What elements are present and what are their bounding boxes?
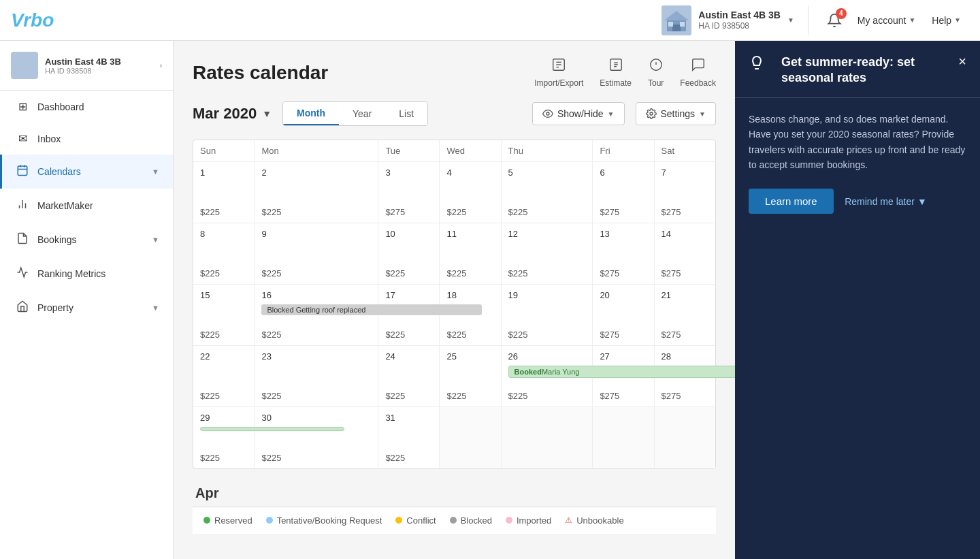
side-panel-close-button[interactable]: × [958, 54, 966, 68]
day-number: 27 [600, 351, 647, 362]
weekday-thu: Thu [501, 140, 593, 162]
tab-month[interactable]: Month [283, 102, 339, 125]
legend-unbookable: ⚠ Unbookable [565, 515, 623, 526]
calendar-cell[interactable]: 9$225 [255, 223, 378, 285]
feedback-icon [691, 57, 706, 76]
page-header: Rates calendar Import/Export [193, 57, 716, 88]
calendar-cell[interactable]: 24$225 [378, 346, 440, 407]
show-hide-button[interactable]: Show/Hide ▼ [532, 102, 625, 125]
day-number: 15 [200, 290, 247, 300]
sidebar-item-label-dashboard: Dashboard [37, 101, 159, 112]
day-price: $225 [200, 268, 247, 278]
property-selector[interactable]: Austin East 4B 3B HA ID 938508 ▼ [662, 5, 808, 35]
calendar-icon [16, 164, 29, 179]
sidebar-item-dashboard[interactable]: ⊞ Dashboard [0, 91, 173, 123]
legend-blocked: Blocked [450, 515, 492, 526]
estimate-button[interactable]: Estimate [600, 57, 632, 88]
calendar-cell[interactable]: 19$225 [501, 285, 593, 346]
top-nav: Vrbo Austin East 4B 3B HA ID 938508 ▼ 4 … [0, 0, 980, 41]
calendar-cell[interactable]: 3$275 [378, 162, 440, 223]
day-price: $225 [261, 453, 371, 463]
calendar-cell[interactable]: 14$275 [654, 223, 715, 285]
day-number: 1 [200, 167, 247, 178]
svg-point-22 [650, 112, 653, 115]
my-account-button[interactable]: My account ▼ [849, 5, 924, 35]
sidebar-property-image [11, 52, 38, 79]
event-booked-continue[interactable] [200, 427, 344, 431]
side-panel-actions: Learn more Remind me later ▼ [749, 189, 966, 214]
remind-later-button[interactable]: Remind me later ▼ [845, 196, 927, 207]
calendar-cell[interactable]: 4$225 [440, 162, 501, 223]
day-price: $275 [600, 330, 647, 340]
calendar-cell[interactable]: 5$225 [501, 162, 593, 223]
calendar-cell[interactable]: 6$275 [593, 162, 654, 223]
side-panel-bulb-icon [749, 54, 765, 75]
tour-icon [649, 57, 664, 76]
calendar-cell[interactable] [440, 407, 501, 468]
day-number: 25 [446, 351, 493, 362]
calendar-cell[interactable]: 13$275 [593, 223, 654, 285]
help-button[interactable]: Help ▼ [924, 5, 969, 35]
calendar-cell[interactable]: 29$225 [193, 407, 255, 468]
calendar-cell[interactable]: 8$225 [193, 223, 255, 285]
calendar-cell[interactable]: 30$225 [255, 407, 378, 468]
import-export-button[interactable]: Import/Export [534, 57, 583, 88]
sidebar-item-inbox[interactable]: ✉ Inbox [0, 123, 173, 155]
day-price: $225 [261, 391, 371, 401]
calendar-cell[interactable]: 15$225 [193, 285, 255, 346]
calendar-cell[interactable]: 31$225 [378, 407, 440, 468]
bookings-icon [16, 232, 29, 247]
inbox-icon: ✉ [16, 132, 29, 145]
calendar-cell[interactable]: 2$225 [255, 162, 378, 223]
sidebar-item-property[interactable]: Property ▼ [0, 291, 173, 325]
tour-button[interactable]: Tour [648, 57, 664, 88]
sidebar-item-calendars[interactable]: Calendars ▼ [0, 155, 173, 189]
calendar-cell[interactable]: 10$225 [378, 223, 440, 285]
day-price: $275 [385, 207, 432, 217]
calendar-cell[interactable]: 1$225 [193, 162, 255, 223]
day-price: $225 [446, 207, 493, 217]
event-blocked[interactable]: Blocked Getting roof replaced [261, 304, 482, 315]
calendar-cell[interactable] [654, 407, 715, 468]
dashboard-icon: ⊞ [16, 100, 29, 113]
calendar-cell[interactable]: 21$275 [654, 285, 715, 346]
main-content-wrapper: Rates calendar Import/Export [193, 57, 716, 534]
day-number: 14 [662, 229, 709, 239]
day-number: 22 [200, 351, 247, 362]
day-number: 20 [600, 290, 647, 300]
weekday-sat: Sat [654, 140, 715, 162]
legend-label-imported: Imported [517, 515, 551, 526]
calendar-cell[interactable]: 7$275 [654, 162, 715, 223]
calendar-cell[interactable]: 26Booked Maria Yung$225 [501, 346, 593, 407]
tab-list[interactable]: List [385, 102, 427, 125]
calendar-cell[interactable]: 22$225 [193, 346, 255, 407]
sidebar-item-rankingmetrics[interactable]: Ranking Metrics [0, 257, 173, 291]
sidebar-item-marketmaker[interactable]: MarketMaker [0, 189, 173, 223]
sidebar: Austin East 4B 3B HA ID 938508 › ⊞ Dashb… [0, 41, 174, 559]
sidebar-item-bookings[interactable]: Bookings ▼ [0, 223, 173, 257]
sidebar-property[interactable]: Austin East 4B 3B HA ID 938508 › [0, 41, 173, 91]
notification-button[interactable]: 4 [819, 5, 849, 35]
calendar-cell[interactable]: 16Blocked Getting roof replaced$225 [255, 285, 378, 346]
feedback-button[interactable]: Feedback [680, 57, 716, 88]
calendar-cell[interactable] [501, 407, 593, 468]
day-price: $225 [508, 330, 586, 340]
event-booked[interactable]: Booked Maria Yung [508, 366, 743, 378]
calendar-cell[interactable]: 25$225 [440, 346, 501, 407]
calendar-cell[interactable]: 11$225 [440, 223, 501, 285]
month-selector[interactable]: Mar 2020 ▼ [193, 105, 272, 123]
month-selector-caret: ▼ [262, 108, 272, 119]
calendar-cell[interactable]: 12$225 [501, 223, 593, 285]
learn-more-button[interactable]: Learn more [749, 189, 834, 214]
tab-year[interactable]: Year [339, 102, 385, 125]
sidebar-item-label-calendars: Calendars [37, 166, 144, 177]
calendar-cell[interactable]: 23$225 [255, 346, 378, 407]
calendar-cell[interactable]: 20$275 [593, 285, 654, 346]
svg-rect-4 [668, 22, 673, 27]
day-price: $225 [446, 330, 493, 340]
day-number: 17 [385, 290, 432, 300]
calendar-cell[interactable] [593, 407, 654, 468]
settings-button[interactable]: Settings ▼ [636, 102, 717, 125]
property-id: HA ID 938508 [698, 21, 781, 32]
sidebar-item-label-property: Property [37, 302, 144, 313]
